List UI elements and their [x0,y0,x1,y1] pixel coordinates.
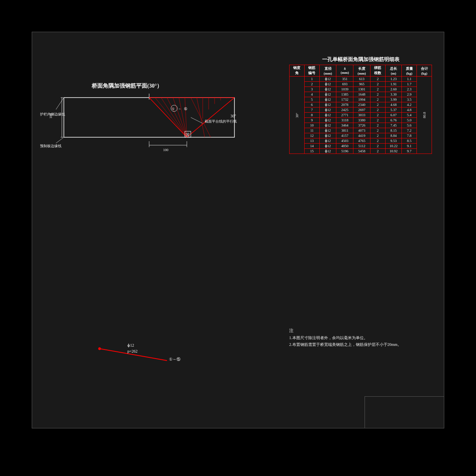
table-row: 30°1ϕ1235161321.231.180.8 [290,77,432,82]
table-title: 一孔单幅桥面角隅加强钢筋明细表 [289,56,432,63]
cell-r1-c3: 693 [336,82,353,87]
cell-r0-c8: 80.8 [417,77,432,154]
cell-r4-c4: 1994 [353,97,370,102]
header-sum: 合计(kg) [417,65,432,77]
dim-100-left: 100 [49,113,53,119]
cell-r1-c1: 2 [304,82,319,87]
parallel-line-label: 截面平台线的平行线 [205,119,237,123]
cell-r6-c2: ϕ12 [319,107,336,113]
cell-r14-c4: 5458 [353,149,370,154]
cell-r6-c1: 7 [304,107,319,113]
cell-r5-c3: 2078 [336,102,353,107]
notes-area: 注 1.本图尺寸除注明者外，余均以毫米为单位。2.布置钢筋需置于桥宽端美钢筋之上… [289,328,432,349]
cell-r8-c7: 5.0 [402,118,417,123]
table-row: 2ϕ1269396521.911.7 [290,82,432,87]
cell-r13-c1: 14 [304,144,319,149]
cell-r7-c3: 2771 [336,113,353,118]
cell-r7-c4: 3033 [353,113,370,118]
cell-r7-c1: 8 [304,113,319,118]
cell-r9-c7: 5.6 [402,123,417,128]
header-count: 绑筋根数 [370,65,385,77]
detail-rebar-label: ϕ12 [127,343,134,347]
cell-r3-c2: ϕ12 [319,92,336,97]
table-row: 14ϕ1248505112210.229.1 [290,144,432,149]
cell-r8-c1: 9 [304,118,319,123]
svg-line-5 [167,98,187,137]
reinforcement-lines [149,98,234,137]
cell-r13-c7: 9.1 [402,144,417,149]
cell-r7-c5: 2 [370,113,385,118]
table-row: 8ϕ122771303326.075.4 [290,113,432,118]
cell-r10-c4: 4073 [353,128,370,133]
cell-r9-c6: 7.45 [385,123,402,128]
detail-drawing: ϕ12 p=262 ①～⑮ [96,337,207,376]
cell-r5-c7: 4.2 [402,102,417,107]
note-item-0: 1.本图尺寸除注明者外，余均以毫米为单位。 [289,335,432,341]
cell-r5-c1: 6 [304,102,319,107]
cell-r8-c5: 2 [370,118,385,123]
cell-r11-c7: 7.8 [402,133,417,138]
header-length: 长度(mm) [353,65,370,77]
cell-r14-c1: 15 [304,149,319,154]
cell-r9-c1: 10 [304,123,319,128]
cell-r0-c3: 351 [336,77,353,82]
cell-r14-c2: ϕ12 [319,149,336,154]
cell-r2-c3: 1039 [336,87,353,92]
cell-r5-c6: 4.68 [385,102,402,107]
cell-r7-c2: ϕ12 [319,113,336,118]
precast-edge-label: 预制板边缘线 [40,144,61,148]
notes-list: 1.本图尺寸除注明者外，余均以毫米为单位。2.布置钢筋需置于桥宽端美钢筋之上，钢… [289,335,432,347]
cell-r2-c5: 2 [370,87,385,92]
header-delta: δ(mm) [336,65,353,77]
cell-r0-c1: 1 [304,77,319,82]
cell-r4-c5: 2 [370,97,385,102]
cell-r10-c5: 2 [370,128,385,133]
table-row: 5ϕ121732199423.993.5 [290,97,432,102]
note-item-1: 2.布置钢筋需置于桥宽端美钢筋之上，钢筋保护层不小于20mm。 [289,342,432,347]
table-row: 10ϕ123464372627.455.6 [290,123,432,128]
cell-r14-c6: 10.92 [385,149,402,154]
cell-r3-c6: 3.30 [385,92,402,97]
cell-r4-c3: 1732 [336,97,353,102]
rebar-start [98,347,101,350]
table-row: 3ϕ121039130122.602.3 [290,87,432,92]
table-row: 4ϕ121385164823.302.9 [290,92,432,97]
cell-r12-c7: 8.5 [402,138,417,144]
label-circle-text: ① [172,107,175,111]
cell-r10-c6: 8.15 [385,128,402,133]
table-container: 一孔单幅桥面角隅加强钢筋明细表 钢度角 钢筋编号 直径(mm) δ(mm) 长度… [289,56,432,154]
cell-r14-c3: 5196 [336,149,353,154]
cell-r2-c4: 1301 [353,87,370,92]
note-title: 注 [289,328,432,334]
bottom-right-notch [365,396,444,428]
cell-r0-c6: 1.23 [385,77,402,82]
cell-r8-c2: ϕ12 [319,118,336,123]
cell-r0-c0: 30° [290,77,305,154]
main-container: 桥面角隅加强钢筋平面(30°） 30° [32,32,444,428]
table-row: 9ϕ123118338026.765.0 [290,118,432,123]
cell-r2-c1: 3 [304,87,319,92]
table-row: 6ϕ122078234024.684.2 [290,102,432,107]
cell-r11-c1: 12 [304,133,319,138]
cell-r14-c7: 9.7 [402,149,417,154]
cell-r4-c6: 3.99 [385,97,402,102]
bridge-outline [64,98,234,137]
cell-r8-c6: 6.76 [385,118,402,123]
cell-r9-c2: ϕ12 [319,123,336,128]
cell-r1-c4: 965 [353,82,370,87]
table-row: 7ϕ122425269725.374.8 [290,107,432,113]
cell-r10-c1: 11 [304,128,319,133]
cell-r6-c5: 2 [370,107,385,113]
plan-title-text: 桥面角隅加强钢筋平面(30°） [91,83,162,89]
dim-100-bottom: 100 [163,148,169,152]
cell-r0-c2: ϕ12 [319,77,336,82]
table-body: 30°1ϕ1235161321.231.180.82ϕ1269396521.91… [290,77,432,154]
angle-label: 30° [230,114,236,118]
cell-r10-c2: ϕ12 [319,128,336,133]
cell-r11-c5: 2 [370,133,385,138]
cell-r1-c6: 1.91 [385,82,402,87]
cell-r12-c6: 9.53 [385,138,402,144]
cell-r9-c3: 3464 [336,123,353,128]
cell-r1-c7: 1.7 [402,82,417,87]
cell-r12-c3: 4503 [336,138,353,144]
